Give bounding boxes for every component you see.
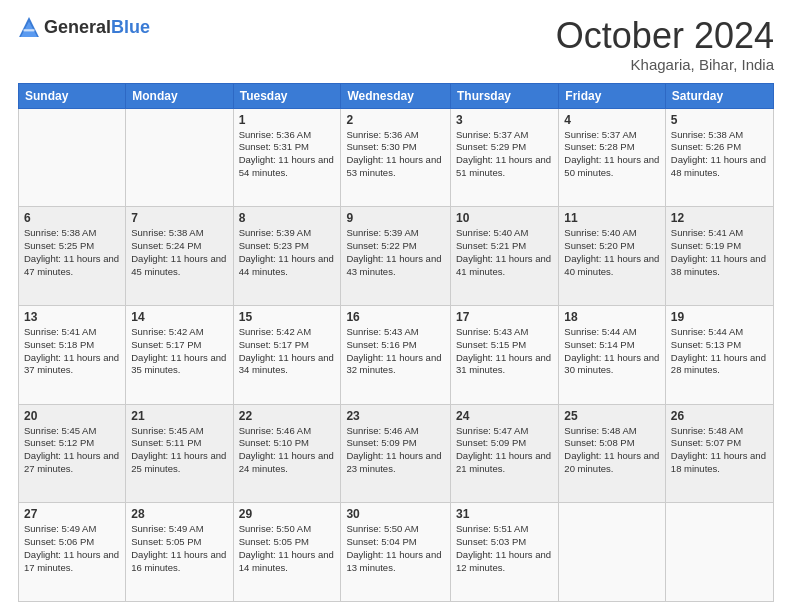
day-info: Sunrise: 5:46 AM Sunset: 5:09 PM Dayligh…	[346, 425, 445, 476]
day-info: Sunrise: 5:44 AM Sunset: 5:13 PM Dayligh…	[671, 326, 768, 377]
day-cell: 2Sunrise: 5:36 AM Sunset: 5:30 PM Daylig…	[341, 108, 451, 207]
day-cell: 7Sunrise: 5:38 AM Sunset: 5:24 PM Daylig…	[126, 207, 233, 306]
day-cell: 25Sunrise: 5:48 AM Sunset: 5:08 PM Dayli…	[559, 404, 666, 503]
day-info: Sunrise: 5:50 AM Sunset: 5:05 PM Dayligh…	[239, 523, 336, 574]
day-number: 26	[671, 409, 768, 423]
day-info: Sunrise: 5:49 AM Sunset: 5:05 PM Dayligh…	[131, 523, 227, 574]
day-number: 17	[456, 310, 553, 324]
day-info: Sunrise: 5:36 AM Sunset: 5:30 PM Dayligh…	[346, 129, 445, 180]
col-header-monday: Monday	[126, 83, 233, 108]
day-number: 6	[24, 211, 120, 225]
day-info: Sunrise: 5:43 AM Sunset: 5:16 PM Dayligh…	[346, 326, 445, 377]
day-cell: 14Sunrise: 5:42 AM Sunset: 5:17 PM Dayli…	[126, 305, 233, 404]
day-cell	[126, 108, 233, 207]
day-number: 5	[671, 113, 768, 127]
page: GeneralBlue October 2024 Khagaria, Bihar…	[0, 0, 792, 612]
day-info: Sunrise: 5:36 AM Sunset: 5:31 PM Dayligh…	[239, 129, 336, 180]
day-cell: 18Sunrise: 5:44 AM Sunset: 5:14 PM Dayli…	[559, 305, 666, 404]
day-cell: 6Sunrise: 5:38 AM Sunset: 5:25 PM Daylig…	[19, 207, 126, 306]
day-cell: 30Sunrise: 5:50 AM Sunset: 5:04 PM Dayli…	[341, 503, 451, 602]
day-number: 11	[564, 211, 660, 225]
day-number: 20	[24, 409, 120, 423]
day-cell: 20Sunrise: 5:45 AM Sunset: 5:12 PM Dayli…	[19, 404, 126, 503]
day-info: Sunrise: 5:37 AM Sunset: 5:29 PM Dayligh…	[456, 129, 553, 180]
day-cell: 24Sunrise: 5:47 AM Sunset: 5:09 PM Dayli…	[451, 404, 559, 503]
day-number: 10	[456, 211, 553, 225]
logo-general: General	[44, 17, 111, 37]
week-row-1: 1Sunrise: 5:36 AM Sunset: 5:31 PM Daylig…	[19, 108, 774, 207]
day-cell: 4Sunrise: 5:37 AM Sunset: 5:28 PM Daylig…	[559, 108, 666, 207]
day-cell: 23Sunrise: 5:46 AM Sunset: 5:09 PM Dayli…	[341, 404, 451, 503]
day-info: Sunrise: 5:41 AM Sunset: 5:19 PM Dayligh…	[671, 227, 768, 278]
day-info: Sunrise: 5:50 AM Sunset: 5:04 PM Dayligh…	[346, 523, 445, 574]
logo: GeneralBlue	[18, 16, 150, 38]
day-cell: 19Sunrise: 5:44 AM Sunset: 5:13 PM Dayli…	[665, 305, 773, 404]
day-number: 4	[564, 113, 660, 127]
day-number: 19	[671, 310, 768, 324]
col-header-tuesday: Tuesday	[233, 83, 341, 108]
day-number: 15	[239, 310, 336, 324]
day-info: Sunrise: 5:48 AM Sunset: 5:08 PM Dayligh…	[564, 425, 660, 476]
day-cell: 13Sunrise: 5:41 AM Sunset: 5:18 PM Dayli…	[19, 305, 126, 404]
day-number: 1	[239, 113, 336, 127]
day-info: Sunrise: 5:37 AM Sunset: 5:28 PM Dayligh…	[564, 129, 660, 180]
month-title: October 2024	[556, 16, 774, 56]
day-number: 2	[346, 113, 445, 127]
day-info: Sunrise: 5:48 AM Sunset: 5:07 PM Dayligh…	[671, 425, 768, 476]
day-info: Sunrise: 5:42 AM Sunset: 5:17 PM Dayligh…	[239, 326, 336, 377]
day-number: 13	[24, 310, 120, 324]
day-info: Sunrise: 5:45 AM Sunset: 5:11 PM Dayligh…	[131, 425, 227, 476]
day-cell	[19, 108, 126, 207]
day-info: Sunrise: 5:51 AM Sunset: 5:03 PM Dayligh…	[456, 523, 553, 574]
day-number: 24	[456, 409, 553, 423]
day-number: 14	[131, 310, 227, 324]
col-header-thursday: Thursday	[451, 83, 559, 108]
day-number: 29	[239, 507, 336, 521]
day-cell: 26Sunrise: 5:48 AM Sunset: 5:07 PM Dayli…	[665, 404, 773, 503]
day-info: Sunrise: 5:38 AM Sunset: 5:26 PM Dayligh…	[671, 129, 768, 180]
day-info: Sunrise: 5:44 AM Sunset: 5:14 PM Dayligh…	[564, 326, 660, 377]
day-number: 9	[346, 211, 445, 225]
day-info: Sunrise: 5:43 AM Sunset: 5:15 PM Dayligh…	[456, 326, 553, 377]
day-info: Sunrise: 5:46 AM Sunset: 5:10 PM Dayligh…	[239, 425, 336, 476]
day-number: 3	[456, 113, 553, 127]
day-number: 27	[24, 507, 120, 521]
day-cell	[665, 503, 773, 602]
day-cell: 3Sunrise: 5:37 AM Sunset: 5:29 PM Daylig…	[451, 108, 559, 207]
day-number: 18	[564, 310, 660, 324]
day-info: Sunrise: 5:45 AM Sunset: 5:12 PM Dayligh…	[24, 425, 120, 476]
day-number: 8	[239, 211, 336, 225]
day-info: Sunrise: 5:39 AM Sunset: 5:23 PM Dayligh…	[239, 227, 336, 278]
day-number: 25	[564, 409, 660, 423]
logo-blue: Blue	[111, 17, 150, 37]
day-number: 31	[456, 507, 553, 521]
header: GeneralBlue October 2024 Khagaria, Bihar…	[18, 16, 774, 73]
col-header-saturday: Saturday	[665, 83, 773, 108]
day-cell: 29Sunrise: 5:50 AM Sunset: 5:05 PM Dayli…	[233, 503, 341, 602]
col-header-sunday: Sunday	[19, 83, 126, 108]
day-info: Sunrise: 5:49 AM Sunset: 5:06 PM Dayligh…	[24, 523, 120, 574]
day-number: 30	[346, 507, 445, 521]
location-title: Khagaria, Bihar, India	[556, 56, 774, 73]
day-info: Sunrise: 5:38 AM Sunset: 5:24 PM Dayligh…	[131, 227, 227, 278]
day-cell: 8Sunrise: 5:39 AM Sunset: 5:23 PM Daylig…	[233, 207, 341, 306]
day-info: Sunrise: 5:40 AM Sunset: 5:21 PM Dayligh…	[456, 227, 553, 278]
day-cell: 28Sunrise: 5:49 AM Sunset: 5:05 PM Dayli…	[126, 503, 233, 602]
day-cell: 31Sunrise: 5:51 AM Sunset: 5:03 PM Dayli…	[451, 503, 559, 602]
day-number: 28	[131, 507, 227, 521]
header-row: SundayMondayTuesdayWednesdayThursdayFrid…	[19, 83, 774, 108]
day-cell: 1Sunrise: 5:36 AM Sunset: 5:31 PM Daylig…	[233, 108, 341, 207]
day-number: 16	[346, 310, 445, 324]
day-cell: 5Sunrise: 5:38 AM Sunset: 5:26 PM Daylig…	[665, 108, 773, 207]
day-info: Sunrise: 5:47 AM Sunset: 5:09 PM Dayligh…	[456, 425, 553, 476]
week-row-5: 27Sunrise: 5:49 AM Sunset: 5:06 PM Dayli…	[19, 503, 774, 602]
day-cell: 9Sunrise: 5:39 AM Sunset: 5:22 PM Daylig…	[341, 207, 451, 306]
day-number: 23	[346, 409, 445, 423]
day-cell: 27Sunrise: 5:49 AM Sunset: 5:06 PM Dayli…	[19, 503, 126, 602]
week-row-2: 6Sunrise: 5:38 AM Sunset: 5:25 PM Daylig…	[19, 207, 774, 306]
day-cell: 12Sunrise: 5:41 AM Sunset: 5:19 PM Dayli…	[665, 207, 773, 306]
day-cell: 22Sunrise: 5:46 AM Sunset: 5:10 PM Dayli…	[233, 404, 341, 503]
day-info: Sunrise: 5:41 AM Sunset: 5:18 PM Dayligh…	[24, 326, 120, 377]
day-cell: 10Sunrise: 5:40 AM Sunset: 5:21 PM Dayli…	[451, 207, 559, 306]
logo-text: GeneralBlue	[44, 18, 150, 37]
